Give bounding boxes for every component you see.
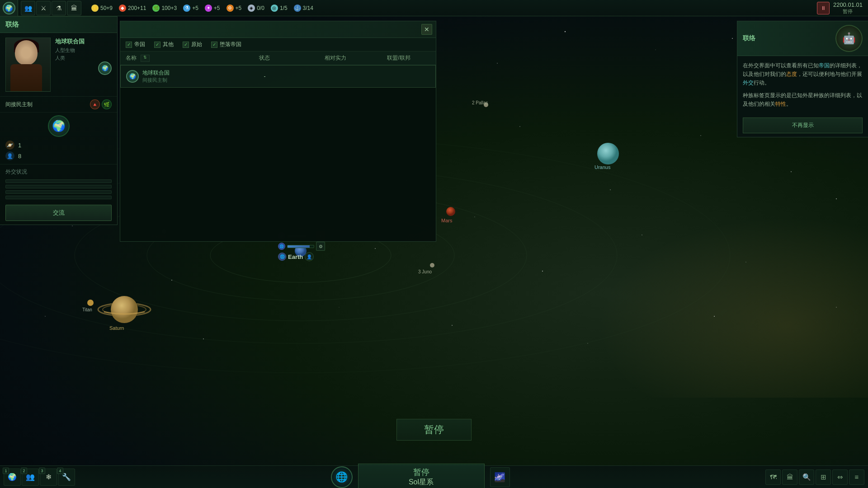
pause-button[interactable]: ⏸: [817, 2, 830, 14]
empire-info: 地球联合国 人型生物 人类 🌍: [55, 38, 112, 75]
stat-planets: 🪐 1: [5, 140, 112, 150]
dip-bar-1: [5, 179, 112, 183]
filter-empire[interactable]: 帝国: [126, 41, 145, 48]
system-name-panel: 暂停 Sol星系: [358, 464, 485, 488]
tab-button-3[interactable]: ❄ 3: [40, 469, 57, 486]
exchange-button[interactable]: 交流: [5, 205, 112, 221]
map-icon-button[interactable]: 🗺: [765, 469, 781, 485]
dip-bar-3: [5, 190, 112, 194]
top-bar: 🌍 👥 ⚔ ⚗ 🏛 ⚡ 50+9 ◆ 200+11 🌿 100+3 ⚗ +5 ✦…: [0, 0, 868, 16]
empire-type: 人型生物: [55, 47, 112, 54]
diplomacy-panel: ✕ 帝国 其他 原始 堕落帝国 名称 ⇅ 状态 相对实力 联盟/联邦 🌍: [120, 21, 436, 242]
stat-pops: 👤 8: [5, 150, 112, 161]
col-name: 名称 ⇅: [126, 54, 225, 62]
planet-label-saturn: Saturn: [109, 324, 124, 331]
tab-button-4[interactable]: 🔧 4: [58, 469, 75, 486]
date-display: 2200.01.01 暂停: [833, 1, 863, 14]
icon-population[interactable]: 👥: [21, 1, 35, 15]
zoom-icon-button[interactable]: 🔍: [799, 469, 814, 485]
pops-count: 8: [18, 153, 21, 160]
layout-icon-button[interactable]: ⊞: [816, 469, 831, 485]
svg-point-45: [597, 143, 619, 164]
row-gov-name: 间接民主制: [142, 77, 226, 84]
close-button[interactable]: ✕: [421, 24, 432, 35]
bottom-center: 🌐 暂停 Sol星系 🌌: [79, 464, 762, 488]
dip-bar-2: [5, 185, 112, 188]
filter-empire-checkbox[interactable]: [126, 42, 132, 48]
influence-resource: ✦ +5: [205, 5, 220, 12]
fleet-resource: ⚓ 3/14: [294, 5, 313, 12]
resource-bar: ⚡ 50+9 ◆ 200+11 🌿 100+3 ⚗ +5 ✦ +5 ⚙ +5 ◈…: [84, 5, 811, 12]
unity-value: +5: [236, 5, 242, 11]
minerals-resource: ◆ 200+11: [119, 5, 146, 12]
filter-other[interactable]: 其他: [154, 41, 174, 48]
filter-primitive[interactable]: 原始: [183, 41, 202, 48]
gov-icon-red[interactable]: 🔺: [90, 99, 100, 109]
highlight-traits: 特性: [775, 101, 786, 107]
tab-button-1[interactable]: 🌍 1: [4, 469, 21, 486]
filter-other-checkbox[interactable]: [154, 42, 160, 48]
empire-species: 人类: [55, 55, 112, 61]
diplomacy-section: 外交状况 交流: [0, 164, 117, 225]
fleet-icon: ⚓: [294, 5, 301, 12]
flag-icon: 🌍: [3, 2, 15, 14]
gov-icon-green[interactable]: 🌿: [102, 99, 112, 109]
filter-fallen[interactable]: 堕落帝国: [211, 41, 241, 48]
highlight-diplomacy: 外交: [743, 80, 754, 86]
empire-avatar: [5, 38, 51, 92]
filter-fallen-checkbox[interactable]: [211, 42, 217, 48]
row-empire-icon: 🌍: [126, 70, 139, 83]
empire-flag-small[interactable]: 🌍: [98, 61, 112, 75]
filter-primitive-checkbox[interactable]: [183, 42, 189, 48]
system-globe-button[interactable]: 🌐: [331, 466, 353, 488]
icon-technology[interactable]: ⚗: [52, 1, 66, 15]
left-panel: 联络 地球联合国 人型生物 人类 🌍 间接民主制 🔺 🌿 🌍 🪐: [0, 16, 118, 225]
right-panel-header: 联络 🤖: [737, 21, 868, 56]
food-icon: 🌿: [152, 5, 160, 12]
arrows-icon-button[interactable]: ⇔: [832, 469, 848, 485]
science-value: +5: [192, 5, 198, 11]
table-header: 名称 ⇅ 状态 相对实力 联盟/联邦: [120, 52, 436, 65]
stats-section: 🌍 🪐 1 👤 8: [0, 113, 117, 164]
consumer-icon: ◎: [271, 5, 278, 12]
food-value: 100+3: [161, 5, 177, 11]
highlight-attitude: 态度: [786, 71, 797, 77]
diplomacy-bars: [5, 179, 112, 199]
planet-icon: 🪐: [5, 141, 14, 150]
tab-button-2[interactable]: 👥 2: [22, 469, 39, 486]
bottom-pause-label: 暂停: [377, 467, 466, 478]
pause-text: 暂停: [424, 424, 444, 435]
icon-military[interactable]: ⚔: [36, 1, 51, 15]
sort-icon[interactable]: ⇅: [141, 55, 150, 62]
food-resource: 🌿 100+3: [152, 5, 177, 12]
no-show-button[interactable]: 不再显示: [743, 117, 863, 133]
pause-overlay: 暂停: [396, 419, 472, 441]
science-resource: ⚗ +5: [183, 5, 198, 12]
empire-icon-button[interactable]: 🏛: [782, 469, 797, 485]
diplomacy-title: 外交状况: [5, 168, 112, 176]
unity-icon: ⚙: [226, 5, 234, 12]
icon-empire[interactable]: 🏛: [67, 1, 81, 15]
galaxy-view-button[interactable]: 🌌: [490, 467, 510, 487]
science-icon: ⚗: [183, 5, 190, 12]
avatar-body: [10, 64, 42, 91]
empire-row-0[interactable]: 🌍 地球联合国 间接民主制 -: [120, 65, 436, 88]
alloys-resource: ◈ 0/0: [248, 5, 264, 12]
dip-panel-header: ✕: [120, 21, 436, 38]
tab-badge-3: 3: [39, 468, 45, 474]
consumer-value: 1/5: [280, 5, 288, 11]
planet-label-juno: 3 Juno: [418, 268, 432, 274]
earth-label[interactable]: Earth: [288, 253, 303, 260]
empire-flag-button[interactable]: 🌍: [0, 0, 18, 16]
government-text: 间接民主制: [5, 101, 33, 108]
svg-point-42: [111, 296, 138, 323]
col-alliance: 联盟/联邦: [367, 54, 430, 62]
fleet-value: 3/14: [303, 5, 313, 11]
consumer-resource: ◎ 1/5: [271, 5, 288, 12]
menu-icon-button[interactable]: ≡: [849, 469, 864, 485]
dip-content-area: [120, 88, 436, 241]
svg-point-47: [430, 263, 434, 267]
empire-globe-icon: 🌍: [48, 115, 70, 137]
row-name-section: 地球联合国 间接民主制: [142, 69, 226, 84]
government-icons: 🔺 🌿: [90, 99, 112, 109]
